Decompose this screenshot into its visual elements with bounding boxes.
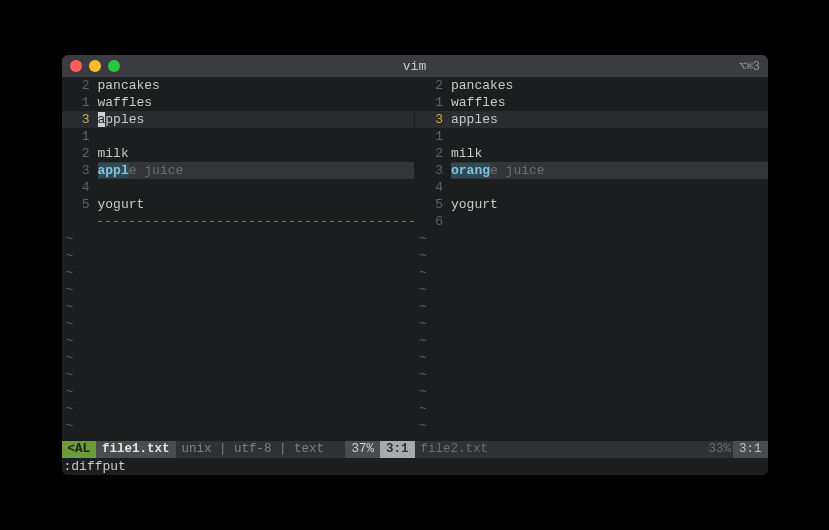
left-buffer: 2pancakes1waffles3apples12milk3apple jui… <box>62 77 415 441</box>
empty-line-tilde: ~ <box>62 230 415 247</box>
command-line[interactable]: :diffput <box>62 458 768 475</box>
empty-line-tilde: ~ <box>62 349 415 366</box>
buffer-line: 1 <box>62 128 415 145</box>
line-number: 6 <box>415 213 451 230</box>
diff-changed-span: orang <box>451 163 490 178</box>
right-position: 3:1 <box>733 441 768 458</box>
line-text <box>451 128 768 145</box>
line-number: 2 <box>415 145 451 162</box>
empty-line-tilde: ~ <box>62 315 415 332</box>
empty-line-tilde: ~ <box>415 247 768 264</box>
empty-line-tilde: ~ <box>415 366 768 383</box>
line-text: milk <box>451 145 768 162</box>
buffer-line: 1waffles <box>415 94 768 111</box>
line-number: 1 <box>415 128 451 145</box>
buffer-line: 3apple juice <box>62 162 415 179</box>
split-panes: 2pancakes1waffles3apples12milk3apple jui… <box>62 77 768 441</box>
right-filename: file2.txt <box>415 441 495 458</box>
line-number: 3 <box>415 111 451 128</box>
right-statusline: file2.txt 33% 3:1 <box>415 441 768 458</box>
empty-line-tilde: ~ <box>62 417 415 434</box>
right-percent: 33% <box>702 441 733 458</box>
left-statusline: <AL file1.txt unix | utf-8 | text 37% 3:… <box>62 441 415 458</box>
line-number: 3 <box>62 162 98 179</box>
line-text: apples <box>451 111 768 128</box>
buffer-line: 2pancakes <box>415 77 768 94</box>
line-text: apples <box>98 111 415 128</box>
line-text: yogurt <box>98 196 415 213</box>
line-number: 5 <box>62 196 98 213</box>
line-text <box>98 213 415 230</box>
buffer-line: 5yogurt <box>415 196 768 213</box>
empty-line-tilde: ~ <box>415 298 768 315</box>
line-text: waffles <box>451 94 768 111</box>
titlebar: vim ⌥⌘3 <box>62 55 768 77</box>
buffer-line <box>62 213 415 230</box>
buffer-line: 4 <box>62 179 415 196</box>
left-pane[interactable]: 2pancakes1waffles3apples12milk3apple jui… <box>62 77 415 441</box>
empty-line-tilde: ~ <box>415 281 768 298</box>
left-position: 3:1 <box>380 441 415 458</box>
line-text: orange juice <box>451 162 768 179</box>
diff-changed-span: appl <box>98 163 129 178</box>
empty-line-tilde: ~ <box>415 315 768 332</box>
line-text: apple juice <box>98 162 415 179</box>
empty-line-tilde: ~ <box>62 298 415 315</box>
diff-rest-span: e juice <box>129 163 184 178</box>
line-text <box>98 179 415 196</box>
line-number: 2 <box>62 77 98 94</box>
line-number: 2 <box>415 77 451 94</box>
line-text: yogurt <box>451 196 768 213</box>
line-number: 1 <box>62 94 98 111</box>
line-number: 4 <box>415 179 451 196</box>
line-number: 5 <box>415 196 451 213</box>
buffer-line: 3orange juice <box>415 162 768 179</box>
buffer-line: 1 <box>415 128 768 145</box>
line-number: 1 <box>415 94 451 111</box>
buffer-line: 4 <box>415 179 768 196</box>
terminal-window: vim ⌥⌘3 2pancakes1waffles3apples12milk3a… <box>62 55 768 475</box>
empty-line-tilde: ~ <box>415 264 768 281</box>
empty-line-tilde: ~ <box>62 332 415 349</box>
line-number: 4 <box>62 179 98 196</box>
empty-line-tilde: ~ <box>62 281 415 298</box>
line-number: 3 <box>62 111 98 128</box>
line-number: 3 <box>415 162 451 179</box>
line-number: 1 <box>62 128 98 145</box>
line-text: waffles <box>98 94 415 111</box>
empty-line-tilde: ~ <box>415 332 768 349</box>
line-text <box>98 128 415 145</box>
empty-line-tilde: ~ <box>62 366 415 383</box>
empty-line-tilde: ~ <box>415 230 768 247</box>
buffer-line: 2milk <box>62 145 415 162</box>
empty-line-tilde: ~ <box>62 400 415 417</box>
right-buffer: 2pancakes1waffles3apples12milk3orange ju… <box>415 77 768 441</box>
line-number: 2 <box>62 145 98 162</box>
empty-line-tilde: ~ <box>415 349 768 366</box>
empty-line-tilde: ~ <box>62 383 415 400</box>
line-text <box>451 179 768 196</box>
diff-rest-span: e juice <box>490 163 545 178</box>
mode-indicator: <AL <box>62 441 97 458</box>
buffer-line: 3apples <box>62 111 415 128</box>
buffer-line: 3apples <box>415 111 768 128</box>
empty-line-tilde: ~ <box>62 264 415 281</box>
buffer-line: 2milk <box>415 145 768 162</box>
empty-line-tilde: ~ <box>415 400 768 417</box>
buffer-line: 6 <box>415 213 768 230</box>
buffer-line: 2pancakes <box>62 77 415 94</box>
buffer-line: 5yogurt <box>62 196 415 213</box>
line-text <box>451 213 768 230</box>
editor-area: 2pancakes1waffles3apples12milk3apple jui… <box>62 77 768 475</box>
right-pane[interactable]: 2pancakes1waffles3apples12milk3orange ju… <box>415 77 768 441</box>
buffer-line: 1waffles <box>62 94 415 111</box>
empty-line-tilde: ~ <box>415 417 768 434</box>
line-number <box>62 213 98 230</box>
line-text: pancakes <box>98 77 415 94</box>
window-title: vim <box>62 59 768 74</box>
line-text: pancakes <box>451 77 768 94</box>
status-bars: <AL file1.txt unix | utf-8 | text 37% 3:… <box>62 441 768 458</box>
line-text: milk <box>98 145 415 162</box>
cursor: a <box>98 112 106 127</box>
left-fileinfo: unix | utf-8 | text <box>176 441 331 458</box>
